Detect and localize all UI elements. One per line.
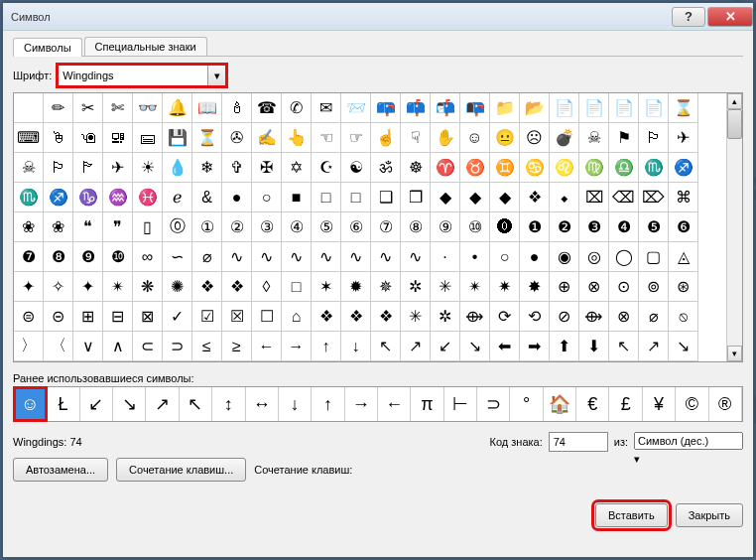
symbol-cell[interactable]: 📄 xyxy=(550,93,579,123)
symbol-cell[interactable]: ⬥ xyxy=(550,183,579,212)
symbol-cell[interactable]: 👆 xyxy=(282,123,312,153)
symbol-cell[interactable]: ⌛ xyxy=(669,93,698,123)
symbol-cell[interactable]: ♐ xyxy=(44,183,73,212)
symbol-cell[interactable]: ⊛ xyxy=(669,272,698,302)
symbol-cell[interactable]: ⊗ xyxy=(579,272,609,302)
symbol-cell[interactable]: ⌫ xyxy=(609,183,639,212)
symbol-cell[interactable]: ❶ xyxy=(520,212,550,242)
symbol-cell[interactable]: ≥ xyxy=(222,332,252,361)
symbol-cell[interactable]: ◉ xyxy=(550,242,579,272)
autocorrect-button[interactable]: Автозамена... xyxy=(13,458,108,482)
symbol-cell[interactable]: ✋ xyxy=(431,123,460,153)
symbol-cell[interactable]: ⑧ xyxy=(401,212,431,242)
symbol-cell[interactable]: ⌂ xyxy=(282,302,312,332)
symbol-cell[interactable]: ✆ xyxy=(282,93,312,123)
symbol-cell[interactable]: 🏱 xyxy=(73,153,103,183)
symbol-cell[interactable]: ☐ xyxy=(252,302,282,332)
symbol-cell[interactable]: 🏳 xyxy=(639,123,669,153)
symbol-cell[interactable]: ∨ xyxy=(73,332,103,361)
symbol-cell[interactable]: ∿ xyxy=(312,242,341,272)
symbol-cell[interactable]: ⊗ xyxy=(609,302,639,332)
symbol-cell[interactable]: ☟ xyxy=(401,123,431,153)
symbol-cell[interactable]: ⑥ xyxy=(341,212,371,242)
shortcut-button[interactable]: Сочетание клавиш... xyxy=(116,458,246,482)
symbol-cell[interactable]: ℯ xyxy=(163,183,192,212)
symbol-cell[interactable]: ◆ xyxy=(460,183,490,212)
symbol-cell[interactable]: ☪ xyxy=(312,153,341,183)
symbol-cell[interactable]: ○ xyxy=(490,242,520,272)
symbol-cell[interactable]: ✶ xyxy=(312,272,341,302)
symbol-cell[interactable]: ✞ xyxy=(222,153,252,183)
symbol-cell[interactable]: ✉ xyxy=(312,93,341,123)
insert-button[interactable]: Вставить xyxy=(595,503,668,527)
symbol-cell[interactable]: ♐ xyxy=(669,153,698,183)
symbol-cell[interactable]: ❀ xyxy=(14,212,44,242)
symbol-cell[interactable]: ⊕ xyxy=(550,272,579,302)
symbol-cell[interactable]: ∿ xyxy=(341,242,371,272)
symbol-cell[interactable]: ⌀ xyxy=(192,242,222,272)
font-input[interactable] xyxy=(59,66,207,85)
symbol-cell[interactable]: ☠ xyxy=(14,153,44,183)
symbol-cell[interactable]: ✂ xyxy=(73,93,103,123)
symbol-cell[interactable]: ⌀ xyxy=(639,302,669,332)
symbol-cell[interactable]: ⌨ xyxy=(14,123,44,153)
symbol-cell[interactable]: 📄 xyxy=(579,93,609,123)
symbol-cell[interactable]: ↗ xyxy=(639,332,669,361)
symbol-cell[interactable]: ✺ xyxy=(163,272,192,302)
recent-symbol-cell[interactable]: £ xyxy=(609,387,642,421)
symbol-cell[interactable]: ❽ xyxy=(44,242,73,272)
symbol-cell[interactable]: ✹ xyxy=(341,272,371,302)
symbol-cell[interactable]: 🖳 xyxy=(103,123,133,153)
symbol-cell[interactable]: ✧ xyxy=(44,272,73,302)
symbol-cell[interactable]: ⊙ xyxy=(609,272,639,302)
symbol-cell[interactable]: ⓿ xyxy=(490,212,520,242)
symbol-cell[interactable]: ✠ xyxy=(252,153,282,183)
symbol-cell[interactable]: ✈ xyxy=(103,153,133,183)
symbol-cell[interactable]: ❝ xyxy=(73,212,103,242)
symbol-cell[interactable]: ☞ xyxy=(341,123,371,153)
symbol-cell[interactable]: ✸ xyxy=(520,272,550,302)
recent-symbol-cell[interactable]: ° xyxy=(510,387,543,421)
symbol-cell[interactable]: 💾 xyxy=(163,123,192,153)
symbol-cell[interactable]: ♌ xyxy=(550,153,579,183)
symbol-cell[interactable]: ॐ xyxy=(371,153,401,183)
symbol-cell[interactable]: ♊ xyxy=(490,153,520,183)
symbol-cell[interactable]: ✏ xyxy=(44,93,73,123)
symbol-cell[interactable]: 〉 xyxy=(14,332,44,361)
symbol-cell[interactable]: ↑ xyxy=(312,332,341,361)
symbol-cell[interactable]: 💣 xyxy=(550,123,579,153)
symbol-cell[interactable]: 📂 xyxy=(520,93,550,123)
symbol-cell[interactable]: 📄 xyxy=(639,93,669,123)
symbol-cell[interactable]: ◎ xyxy=(579,242,609,272)
symbol-cell[interactable]: ☠ xyxy=(579,123,609,153)
symbol-cell[interactable]: ● xyxy=(222,183,252,212)
symbol-cell[interactable]: ✳ xyxy=(401,302,431,332)
symbol-cell[interactable]: ∞ xyxy=(133,242,163,272)
recent-symbol-cell[interactable]: ↘ xyxy=(113,387,146,421)
symbol-cell[interactable]: ⓪ xyxy=(163,212,192,242)
symbol-cell[interactable]: ❖ xyxy=(371,302,401,332)
symbol-cell[interactable]: ❾ xyxy=(73,242,103,272)
close-dialog-button[interactable]: Закрыть xyxy=(676,503,743,527)
symbol-cell[interactable]: ⚑ xyxy=(609,123,639,153)
symbol-cell[interactable]: ◊ xyxy=(252,272,282,302)
symbol-cell[interactable]: 👓 xyxy=(133,93,163,123)
symbol-cell[interactable]: 📬 xyxy=(431,93,460,123)
symbol-cell[interactable]: ✴ xyxy=(103,272,133,302)
symbol-cell[interactable]: ⊜ xyxy=(14,302,44,332)
symbol-cell[interactable]: ⊃ xyxy=(163,332,192,361)
symbol-cell[interactable]: ↖ xyxy=(371,332,401,361)
symbol-cell[interactable]: ⑦ xyxy=(371,212,401,242)
symbol-cell[interactable]: ≤ xyxy=(192,332,222,361)
symbol-cell[interactable]: 🏳 xyxy=(44,153,73,183)
symbol-cell[interactable]: ⊞ xyxy=(73,302,103,332)
symbol-cell[interactable]: 🖲 xyxy=(73,123,103,153)
symbol-cell[interactable]: 〈 xyxy=(44,332,73,361)
recent-symbol-cell[interactable]: © xyxy=(676,387,708,421)
symbol-cell[interactable]: ■ xyxy=(282,183,312,212)
symbol-cell[interactable]: ⌦ xyxy=(639,183,669,212)
symbol-cell[interactable]: ❖ xyxy=(520,183,550,212)
symbol-cell[interactable]: ☸ xyxy=(401,153,431,183)
symbol-cell[interactable]: ☺ xyxy=(460,123,490,153)
symbol-cell[interactable]: ✷ xyxy=(490,272,520,302)
